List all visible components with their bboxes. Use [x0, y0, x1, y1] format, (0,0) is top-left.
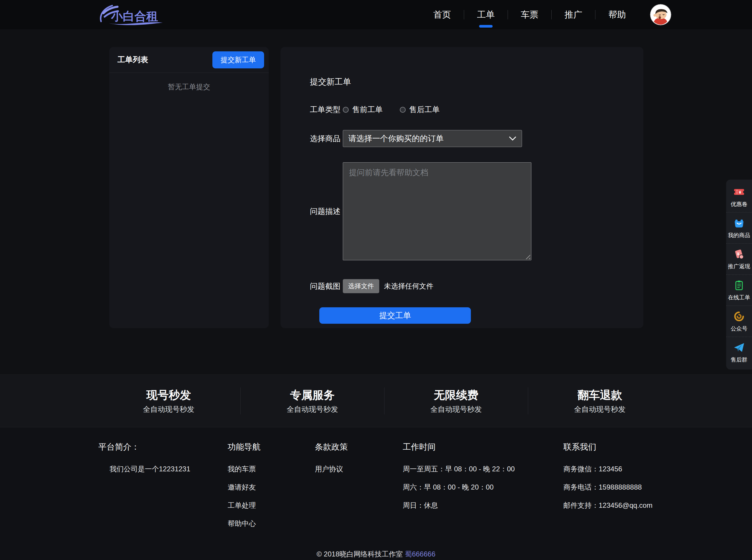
official-account-icon [733, 311, 745, 322]
quick-item-official-account[interactable]: 公众号 [726, 306, 752, 337]
product-label: 选择商品 [310, 134, 343, 144]
footer-contact-line: 商务微信：123456 [563, 464, 664, 474]
quick-item-cashback[interactable]: ¥ 推广返现 [726, 244, 752, 275]
features-band: 现号秒发 全自动现号秒发 专属服务 全自动现号秒发 无限续费 全自动现号秒发 翻… [0, 375, 752, 427]
quick-item-aftersale-group[interactable]: 售后群 [726, 337, 752, 368]
radio-aftersale[interactable]: 售后工单 [400, 104, 440, 115]
footer-link[interactable]: 工单处理 [228, 501, 315, 510]
brand-logo[interactable]: 小白合租 [97, 3, 165, 26]
description-textarea[interactable] [343, 162, 532, 260]
quick-item-label: 我的商品 [728, 232, 750, 239]
footer-hours-heading: 工作时间 [403, 441, 563, 453]
quick-item-label: 在线工单 [728, 294, 750, 301]
main-content: 工单列表 提交新工单 暂无工单提交 提交新工单 工单类型 售前工单 售后工单 选… [0, 29, 752, 375]
footer-policy: 条款政策 用户协议 [315, 441, 403, 537]
ticket-list-title: 工单列表 [117, 55, 148, 65]
feature-refund: 翻车退款 全自动现号秒发 [528, 388, 672, 414]
radio-presale[interactable]: 售前工单 [343, 104, 383, 115]
footer-nav-heading: 功能导航 [228, 441, 315, 453]
feature-subtitle: 全自动现号秒发 [97, 404, 240, 414]
footer-hours: 工作时间 周一至周五：早 08：00 - 晚 22：00 周六：早 08：00 … [403, 441, 563, 537]
footer-about-heading: 平台简介： [98, 441, 228, 453]
ticket-type-options: 售前工单 售后工单 [343, 104, 440, 115]
quick-item-label: 优惠卷 [731, 200, 748, 208]
form-title: 提交新工单 [310, 76, 614, 87]
product-select-value: 请选择一个你购买的的订单 [348, 133, 444, 144]
new-ticket-button[interactable]: 提交新工单 [212, 52, 264, 68]
quick-item-label: 公众号 [731, 325, 748, 333]
user-avatar[interactable] [650, 4, 671, 25]
ticket-list-empty-text: 暂无工单提交 [109, 82, 269, 92]
quick-item-label: 售后群 [731, 356, 748, 364]
quick-item-products[interactable]: 我的商品 [726, 213, 752, 244]
paper-plane-icon [733, 342, 745, 353]
footer-contact-line: 商务电话：15988888888 [563, 482, 664, 492]
nav-item-promotion[interactable]: 推广 [552, 0, 595, 29]
quick-item-coupon[interactable]: ¥ 优惠卷 [726, 181, 752, 213]
navbar: 小白合租 首页 工单 车票 推广 帮助 [0, 0, 752, 29]
chevron-down-icon [509, 136, 516, 141]
submit-ticket-button[interactable]: 提交工单 [319, 307, 471, 324]
quick-item-online-ticket[interactable]: 在线工单 [726, 275, 752, 306]
feature-title: 无限续费 [385, 388, 528, 403]
footer-about: 平台简介： 我们公司是一个12231231 [98, 441, 228, 537]
footer-nav: 功能导航 我的车票 邀请好友 工单处理 帮助中心 [228, 441, 315, 537]
footer-link[interactable]: 我的车票 [228, 464, 315, 474]
radio-aftersale-dot[interactable] [400, 107, 406, 113]
choose-file-button[interactable]: 选择文件 [343, 279, 379, 293]
product-select[interactable]: 请选择一个你购买的的订单 [343, 130, 522, 147]
nav-menu: 首页 工单 车票 推广 帮助 [420, 0, 671, 29]
feature-service: 专属服务 全自动现号秒发 [240, 388, 384, 414]
svg-text:¥: ¥ [737, 252, 739, 256]
cashback-icon: ¥ [733, 248, 745, 260]
ticket-type-label: 工单类型 [310, 104, 343, 115]
products-icon [733, 217, 745, 229]
new-ticket-form-panel: 提交新工单 工单类型 售前工单 售后工单 选择商品 请选择一个你购买的的订单 [281, 47, 643, 328]
quick-sidebar: ¥ 优惠卷 我的商品 ¥ 推广返现 在线工单 [726, 180, 752, 369]
footer-hours-line: 周一至周五：早 08：00 - 晚 22：00 [403, 464, 563, 474]
footer-contact-heading: 联系我们 [563, 441, 664, 453]
footer-hours-line: 周日：休息 [403, 501, 563, 510]
feature-renewal: 无限续费 全自动现号秒发 [385, 388, 528, 414]
feature-title: 现号秒发 [97, 388, 240, 403]
online-ticket-icon [733, 279, 745, 291]
ticket-list-header: 工单列表 提交新工单 [109, 47, 269, 73]
feature-title: 翻车退款 [528, 388, 672, 403]
svg-text:¥: ¥ [739, 189, 741, 195]
description-row: 问题描述 [310, 162, 614, 260]
nav-item-home[interactable]: 首页 [420, 0, 464, 29]
icp-link[interactable]: 蜀666666 [405, 550, 435, 558]
footer: 平台简介： 我们公司是一个12231231 功能导航 我的车票 邀请好友 工单处… [0, 427, 752, 560]
brand-logo-text: 小白合租 [111, 10, 158, 23]
description-textarea-wrap [343, 162, 532, 260]
coupon-icon: ¥ [733, 186, 745, 198]
feature-subtitle: 全自动现号秒发 [528, 404, 672, 414]
ticket-type-row: 工单类型 售前工单 售后工单 [310, 104, 614, 115]
footer-contact: 联系我们 商务微信：123456 商务电话：15988888888 邮件支持：1… [563, 441, 664, 537]
screenshot-label: 问题截图 [310, 281, 343, 292]
feature-subtitle: 全自动现号秒发 [385, 404, 528, 414]
radio-aftersale-label: 售后工单 [409, 104, 440, 115]
footer-contact-line: 邮件支持：123456@qq.com [563, 501, 664, 510]
footer-policy-heading: 条款政策 [315, 441, 403, 453]
footer-link[interactable]: 用户协议 [315, 464, 403, 474]
footer-link[interactable]: 帮助中心 [228, 519, 315, 528]
feature-subtitle: 全自动现号秒发 [240, 404, 384, 414]
feature-title: 专属服务 [240, 388, 384, 403]
quick-item-label: 推广返现 [728, 263, 750, 270]
copyright-text: © 2018晓白网络科技工作室 [317, 550, 403, 558]
ticket-list-panel: 工单列表 提交新工单 暂无工单提交 [109, 47, 269, 328]
nav-item-tickets[interactable]: 工单 [464, 0, 507, 29]
footer-about-body: 我们公司是一个12231231 [110, 464, 228, 474]
radio-presale-dot[interactable] [343, 107, 349, 113]
feature-instant: 现号秒发 全自动现号秒发 [97, 388, 240, 414]
screenshot-row: 问题截图 选择文件 未选择任何文件 [310, 279, 614, 293]
footer-link[interactable]: 邀请好友 [228, 482, 315, 492]
description-label: 问题描述 [310, 206, 343, 217]
radio-presale-label: 售前工单 [352, 104, 383, 115]
nav-item-passes[interactable]: 车票 [508, 0, 552, 29]
copyright-bar: © 2018晓白网络科技工作室 蜀666666 [0, 549, 752, 559]
nav-item-help[interactable]: 帮助 [595, 0, 639, 29]
file-status-text: 未选择任何文件 [384, 281, 433, 291]
footer-hours-line: 周六：早 08：00 - 晚 20：00 [403, 482, 563, 492]
